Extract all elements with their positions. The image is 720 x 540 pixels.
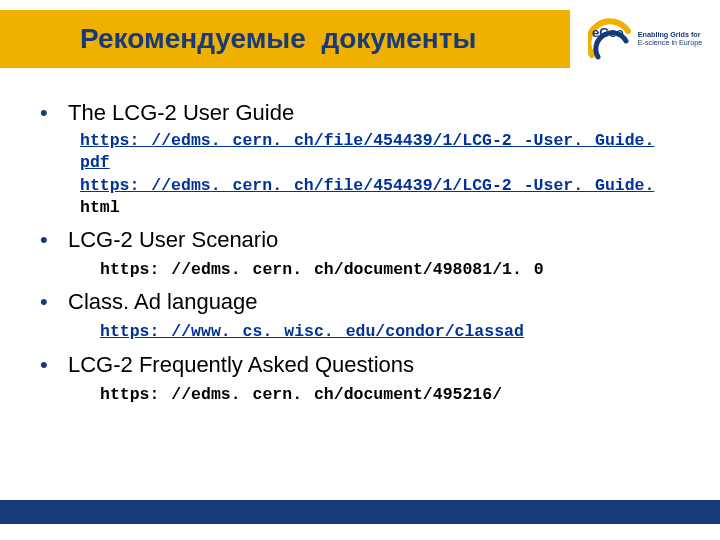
bullet-label: Class. Ad language (68, 287, 258, 317)
title-area: Рекомендуемые документы (0, 0, 570, 78)
bullet-label: LCG-2 Frequently Asked Questions (68, 350, 414, 380)
bullet-item: • LCG-2 Frequently Asked Questions (40, 350, 680, 380)
egee-logo-text: Enabling Grids for E-science in Europe (638, 31, 702, 47)
bullet-item: • The LCG-2 User Guide (40, 98, 680, 128)
bullet-dot-icon: • (40, 98, 68, 128)
logo-area: eGee Enabling Grids for E-science in Eur… (570, 0, 720, 78)
link-html-suffix: html (80, 198, 120, 217)
bullet-label: The LCG-2 User Guide (68, 98, 294, 128)
url-text: https: //edms. cern. ch/document/498081/… (100, 259, 680, 281)
slide-header: Рекомендуемые документы eGee Enabling Gr… (0, 0, 720, 78)
bullet-item: • Class. Ad language (40, 287, 680, 317)
egee-logo-icon: eGee (588, 17, 632, 61)
bullet-dot-icon: • (40, 287, 68, 317)
link-html-part[interactable]: https: //edms. cern. ch/file/454439/1/LC… (80, 176, 654, 195)
svg-text:eGee: eGee (592, 25, 624, 40)
slide-title: Рекомендуемые документы (80, 0, 570, 78)
bullet-label: LCG-2 User Scenario (68, 225, 278, 255)
link-html-line: https: //edms. cern. ch/file/454439/1/LC… (80, 175, 680, 220)
bullet-item: • LCG-2 User Scenario (40, 225, 680, 255)
logo-line2: E-science in Europe (638, 39, 702, 47)
bullet-dot-icon: • (40, 350, 68, 380)
link-classad[interactable]: https: //www. cs. wisc. edu/condor/class… (100, 321, 680, 343)
link-pdf[interactable]: https: //edms. cern. ch/file/454439/1/LC… (80, 130, 680, 175)
url-text: https: //edms. cern. ch/document/495216/ (100, 384, 680, 406)
bullet-dot-icon: • (40, 225, 68, 255)
slide-content: • The LCG-2 User Guide https: //edms. ce… (0, 78, 720, 406)
egee-logo: eGee Enabling Grids for E-science in Eur… (588, 17, 702, 61)
footer-bar (0, 500, 720, 524)
